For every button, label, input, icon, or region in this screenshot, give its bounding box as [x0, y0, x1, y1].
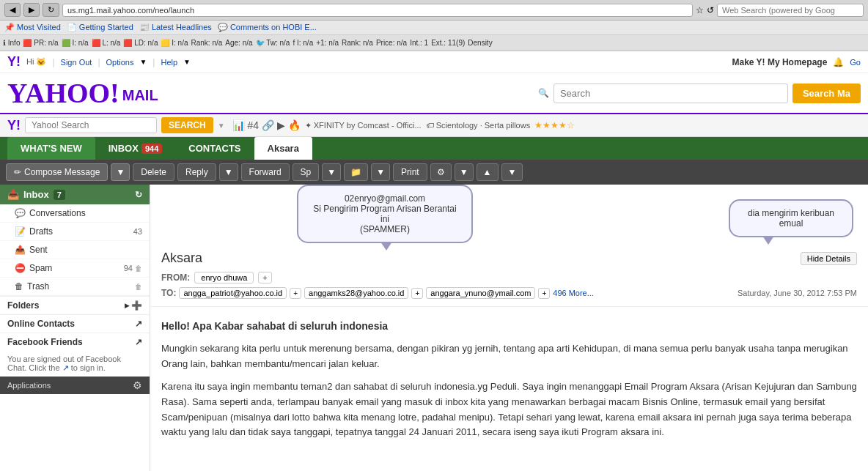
tab-contacts[interactable]: CONTACTS	[175, 137, 254, 160]
move-dropdown-button[interactable]: ▼	[371, 163, 390, 181]
compose-dropdown-button[interactable]: ▼	[111, 163, 130, 181]
tab-aksara[interactable]: Aksara	[254, 137, 312, 160]
yahoo-logo-bar: YAHOO! MAIL 🔍 Search Ma	[0, 73, 868, 114]
search-divider: ▼	[218, 122, 225, 130]
sidebar-inbox-count: 7	[54, 190, 65, 200]
yahoo-search-bar: Y! SEARCH ▼ 📊 #4 🔗 ▶ 🔥 ✦ XFINITY by Comc…	[0, 114, 868, 137]
yahoo-search-input[interactable]	[25, 117, 157, 133]
bookmark-most-visited[interactable]: 📌 Most Visited	[4, 23, 61, 32]
sidebar-item-trash[interactable]: 🗑 Trash 🗑	[0, 278, 150, 296]
print-button[interactable]: Print	[393, 163, 427, 181]
drafts-label: 📝 Drafts	[15, 226, 53, 237]
options-arrow: ▼	[139, 58, 147, 66]
hide-details-button[interactable]: Hide Details	[801, 252, 857, 265]
apps-gear-icon[interactable]: ⚙	[133, 379, 142, 391]
trash-icon: 🗑	[15, 281, 23, 292]
inbox-folder-icon: 📥	[7, 189, 19, 200]
divider1: |	[52, 57, 54, 67]
email-date: Saturday, June 30, 2012 7:53 PM	[738, 289, 857, 297]
options-link[interactable]: Options	[106, 58, 134, 67]
sidebar-item-conversations[interactable]: 💬 Conversations	[0, 204, 150, 223]
email-from-row: FROM: enryo dhuwa +	[161, 272, 857, 283]
tab-inbox[interactable]: INBOX 944	[95, 137, 176, 160]
bookmark-comments[interactable]: 💬 Comments on HOBI E...	[218, 23, 317, 32]
sign-out-link[interactable]: Sign Out	[61, 58, 92, 67]
sidebar-online-contacts[interactable]: Online Contacts ↗	[0, 314, 150, 333]
move-down-button[interactable]: ▼	[501, 163, 523, 181]
trash-label: 🗑 Trash	[15, 281, 49, 292]
spam-button[interactable]: Sp	[293, 163, 320, 181]
settings-button[interactable]: ⚙	[430, 163, 452, 181]
drafts-icon: 📝	[15, 226, 26, 237]
move-up-button[interactable]: ▲	[477, 163, 499, 181]
user-greeting: Hi 🐱	[26, 57, 46, 67]
facebook-sign-in-icon[interactable]: ↗	[62, 363, 69, 372]
sent-icon: 📤	[15, 245, 26, 255]
to-label: TO:	[161, 288, 176, 298]
spam-dropdown-button[interactable]: ▼	[322, 163, 341, 181]
more-recipients-link[interactable]: 496 More...	[553, 289, 594, 297]
compose-button[interactable]: ✏ Compose Message	[6, 163, 108, 181]
add-contact-button[interactable]: +	[258, 272, 271, 283]
bubble2-pointer	[762, 236, 774, 245]
to-addr-3: anggara_ynuno@ymail.com	[426, 287, 535, 299]
star-rating: ★★★★☆	[534, 120, 575, 130]
delete-button[interactable]: Delete	[133, 163, 174, 181]
help-arrow: ▼	[183, 58, 191, 66]
search-mail-button[interactable]: Search Ma	[792, 84, 861, 103]
reload-button[interactable]: ↻	[43, 3, 59, 17]
ext-l: 🟥 L: n/a	[92, 39, 121, 47]
reply-button[interactable]: Reply	[177, 163, 216, 181]
ext-ext: Ext.: 11(9)	[431, 39, 465, 47]
mail-search-input[interactable]	[553, 84, 788, 103]
sidebar-item-spam[interactable]: ⛔ Spam 94 🗑	[0, 259, 150, 278]
sidebar-item-sent[interactable]: 📤 Sent	[0, 241, 150, 259]
go-link[interactable]: Go	[850, 58, 861, 67]
forward-button[interactable]: Forward	[241, 163, 290, 181]
email-to-row: TO: angga_patriot@yahoo.co.id + anggamks…	[161, 287, 857, 299]
tab-whats-new[interactable]: WHAT'S NEW	[7, 137, 95, 160]
add-to2-button[interactable]: +	[411, 288, 423, 299]
ext-fb: f I: n/a	[293, 39, 313, 47]
forward-button[interactable]: ▶	[23, 3, 40, 17]
move-button[interactable]: 📁	[344, 163, 368, 181]
sidebar-folders-section[interactable]: Folders ▸ ➕	[0, 296, 150, 314]
scientology-link[interactable]: 🏷 Scientology · Serta pillows	[426, 121, 530, 130]
applications-label: Applications	[7, 381, 51, 390]
mail-label: MAIL	[122, 87, 158, 107]
search-magnifier-icon: 🔍	[538, 88, 549, 98]
online-contacts-icon: ↗	[135, 319, 142, 329]
divider3: |	[152, 57, 155, 67]
add-to1-button[interactable]: +	[290, 288, 301, 299]
back-button[interactable]: ◀	[4, 3, 21, 17]
main-layout: 📥 Inbox 7 ↻ 💬 Conversations 📝 Drafts 43 …	[0, 185, 868, 471]
spammer-email: 02enryo@gmail.com	[309, 193, 461, 204]
url-bar[interactable]	[62, 4, 693, 17]
ext-age: Age: n/a	[225, 39, 252, 47]
email-para-2: Karena itu saya ingin membantu teman2 da…	[161, 379, 857, 440]
online-contacts-label: Online Contacts	[7, 319, 75, 329]
divider2: |	[98, 57, 100, 67]
sidebar-item-drafts[interactable]: 📝 Drafts 43	[0, 223, 150, 241]
ext-tw: 🐦 Tw: n/a	[256, 39, 290, 47]
bookmark-getting-started[interactable]: 📄 Getting Started	[67, 23, 133, 32]
reply-dropdown-button[interactable]: ▼	[219, 163, 238, 181]
bookmark-headlines[interactable]: 📰 Latest Headlines	[139, 23, 212, 32]
make-homepage-text: Make Y! My Homepage	[732, 57, 827, 67]
apps-bar: Applications ⚙	[0, 377, 150, 394]
sent-label: 📤 Sent	[15, 245, 48, 255]
inbox-label-area: 📥 Inbox 7	[7, 189, 65, 200]
yahoo-search-button[interactable]: SEARCH	[161, 117, 213, 133]
yahoo-top-left: Y! Hi 🐱 | Sign Out | Options ▼ | Help ▼	[7, 54, 191, 70]
add-to3-button[interactable]: +	[538, 288, 550, 299]
refresh-icon[interactable]: ↻	[135, 190, 142, 200]
help-link[interactable]: Help	[161, 58, 177, 67]
settings-dropdown-button[interactable]: ▼	[455, 163, 474, 181]
xfinity-link[interactable]: ✦ XFINITY by Comcast - Offici...	[305, 121, 422, 130]
y-icon-search: Y!	[7, 118, 21, 133]
browser-search-input[interactable]	[717, 4, 864, 17]
sidebar-facebook-friends[interactable]: Facebook Friends ↗	[0, 333, 150, 351]
inbox-count-badge: 944	[141, 144, 162, 154]
email-subject: Aksara	[161, 251, 202, 266]
sidebar-inbox-item[interactable]: 📥 Inbox 7 ↻	[0, 185, 150, 204]
